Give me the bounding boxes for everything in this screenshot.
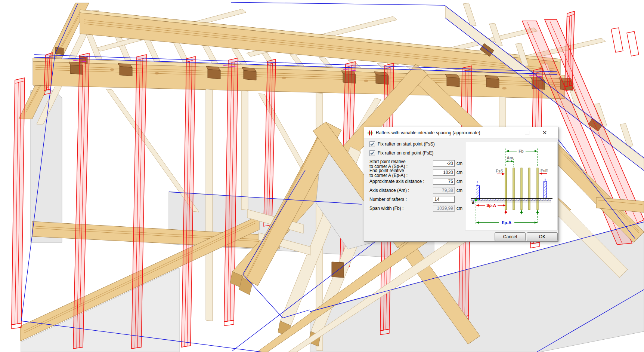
corner-a-label: A	[472, 201, 474, 205]
ep-a-dimension: Ep-A	[476, 220, 538, 225]
unit-cm: cm	[456, 179, 462, 184]
unit-cm: cm	[456, 188, 462, 193]
spacing-diagram: Fb Am FsS FsE	[465, 142, 558, 230]
maximize-icon	[525, 131, 529, 135]
end-point-input[interactable]	[433, 169, 455, 176]
axis-distance-output	[433, 187, 455, 194]
sp-a-label: Sp-A	[486, 203, 496, 208]
ok-button[interactable]: OK	[527, 232, 558, 241]
start-point-label: Start point relative to corner A (Sp-A) …	[369, 159, 432, 169]
cancel-button[interactable]: Cancel	[495, 232, 526, 241]
maximize-button[interactable]	[521, 128, 533, 137]
fix-start-checkbox[interactable]	[369, 141, 375, 147]
am-label: Am	[507, 156, 513, 160]
span-width-output	[433, 205, 455, 212]
check-icon	[370, 142, 374, 146]
sp-a-dimension: Sp-A	[476, 203, 506, 208]
minimize-button[interactable]	[505, 128, 516, 137]
wall-plate	[471, 199, 552, 202]
span-width-label: Span width (Fb) :	[369, 206, 432, 211]
fss-marker: FsS	[496, 169, 505, 175]
fixing-arrows	[505, 210, 539, 214]
corner-a-point	[475, 199, 477, 201]
rafters-dialog: Rafters with variable interaxle spacing …	[364, 127, 558, 242]
close-button[interactable]: ✕	[539, 128, 550, 137]
unit-cm: cm	[456, 161, 462, 166]
fb-dimension: Fb	[506, 149, 538, 153]
rafter-spacing-icon	[368, 130, 373, 136]
start-point-input[interactable]	[433, 160, 455, 167]
minimize-icon	[509, 133, 513, 133]
number-of-rafters-input[interactable]	[433, 196, 455, 203]
number-of-rafters-label: Number of rafters :	[369, 197, 432, 202]
cad-workspace: Rafters with variable interaxle spacing …	[0, 0, 644, 352]
fix-start-checkbox-row: Fix rafter on start point (FsS)	[369, 141, 435, 147]
ep-a-label: Ep-A	[502, 220, 511, 225]
fix-start-label: Fix rafter on start point (FsS)	[378, 141, 435, 147]
fse-marker: FsE	[539, 168, 548, 175]
dialog-titlebar[interactable]: Rafters with variable interaxle spacing …	[364, 127, 558, 139]
end-point-label: End point relative to corner A (Ep-A) :	[369, 168, 432, 178]
axis-distance-label: Axis distance (Am) :	[369, 188, 432, 193]
fix-end-checkbox[interactable]	[369, 150, 375, 156]
approx-axis-distance-label: Approximate axis distance :	[369, 179, 432, 184]
check-icon	[370, 151, 374, 155]
wall-sections	[476, 178, 547, 200]
am-dimension: Am	[506, 156, 514, 162]
dialog-title: Rafters with variable interaxle spacing …	[376, 130, 480, 135]
fse-label: FsE	[541, 168, 548, 173]
diagram-rafters	[505, 168, 538, 210]
fix-end-checkbox-row: Fix rafter on end point (FsE)	[369, 150, 433, 156]
fss-label: FsS	[496, 169, 503, 173]
unit-cm: cm	[456, 206, 462, 211]
approx-axis-distance-input[interactable]	[433, 178, 455, 185]
unit-cm: cm	[456, 170, 462, 175]
fix-end-label: Fix rafter on end point (FsE)	[378, 150, 433, 156]
fb-label: Fb	[518, 149, 524, 153]
